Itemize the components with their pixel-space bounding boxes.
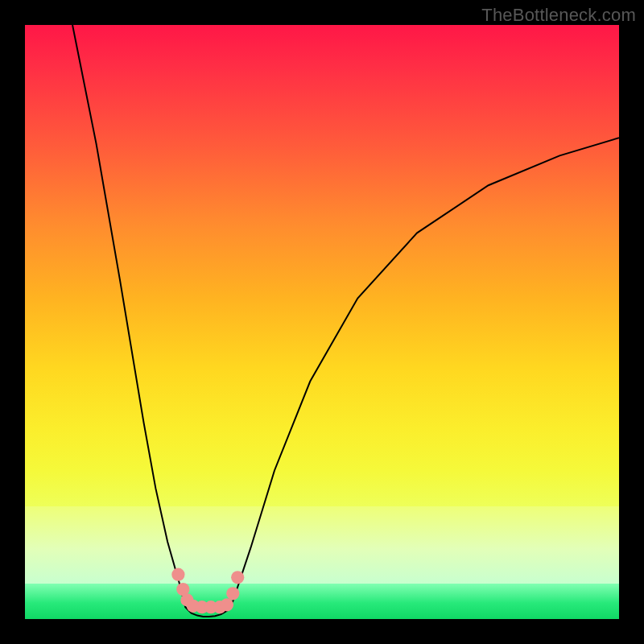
curve-path-group xyxy=(72,25,619,617)
marker-group xyxy=(171,568,244,614)
valley-marker xyxy=(231,571,244,584)
plot-area xyxy=(25,25,619,619)
valley-marker xyxy=(221,598,233,611)
valley-marker xyxy=(226,587,239,600)
chart-frame: TheBottleneck.com xyxy=(0,0,644,644)
attribution-label: TheBottleneck.com xyxy=(481,5,636,26)
curve-path xyxy=(72,25,619,617)
bottleneck-curve xyxy=(25,25,619,619)
valley-marker xyxy=(171,568,184,581)
